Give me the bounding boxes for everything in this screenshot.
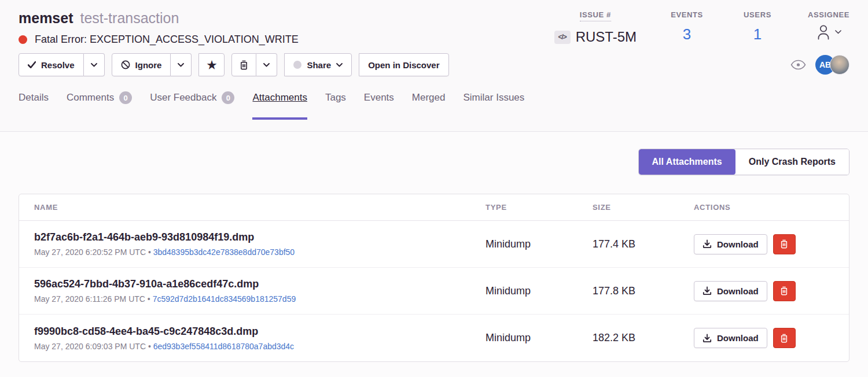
page-title: memsettest-transaction (19, 8, 299, 28)
resolve-dropdown-button[interactable] (84, 53, 105, 76)
download-button[interactable]: Download (694, 234, 767, 254)
ignore-button[interactable]: Ignore (112, 53, 171, 76)
share-button[interactable]: Share (284, 53, 352, 76)
attachment-file-name: f9990bc8-cd58-4ee4-ba45-c9c247848c3d.dmp (34, 326, 486, 338)
delete-attachment-button[interactable] (773, 281, 796, 301)
download-label: Download (717, 239, 759, 249)
table-header-row: NAME TYPE SIZE ACTIONS (19, 194, 849, 221)
event-id-link[interactable]: 6ed93b3ef558411d8618780a7abd3d4c (153, 342, 294, 351)
tab-user-feedback[interactable]: User Feedback 0 (150, 92, 234, 120)
download-label: Download (717, 286, 759, 296)
filter-all-attachments-button[interactable]: All Attachments (639, 149, 735, 175)
download-button[interactable]: Download (694, 281, 767, 301)
issue-subtitle: test-transaction (80, 10, 179, 26)
attachments-table: NAME TYPE SIZE ACTIONS b2f7ac6b-f2a1-464… (19, 194, 849, 362)
assignee-selector[interactable] (816, 24, 841, 40)
issue-stats: ISSUE # </> RUST-5M EVENTS 3 USERS 1 ASS… (554, 8, 849, 46)
tab-similar-issues[interactable]: Similar Issues (463, 92, 524, 120)
attachment-file-name: 596ac524-7bbd-4b37-910a-a1e86cedf47c.dmp (34, 278, 486, 290)
stat-issue-number: ISSUE # </> RUST-5M (554, 9, 637, 46)
resolve-button[interactable]: Resolve (19, 53, 84, 76)
download-label: Download (717, 333, 759, 343)
column-header-name: NAME (19, 203, 486, 212)
error-message: Fatal Error: EXCEPTION_ACCESS_VIOLATION_… (35, 34, 299, 46)
open-in-discover-button[interactable]: Open in Discover (359, 53, 448, 76)
tab-label: Merged (412, 92, 446, 104)
tab-label: Comments (67, 92, 114, 104)
column-header-actions: ACTIONS (694, 203, 849, 212)
delete-attachment-button[interactable] (773, 328, 796, 348)
trash-icon (240, 60, 248, 70)
check-icon (28, 61, 36, 68)
tab-label: User Feedback (150, 92, 216, 104)
issue-title: memset (19, 10, 73, 26)
event-id-link[interactable]: 3bd48395b3dc42e7838e8dd70e73bf50 (153, 247, 295, 257)
events-label: EVENTS (671, 9, 703, 19)
attachment-type: Minidump (486, 332, 593, 344)
attachment-size: 177.4 KB (593, 238, 694, 250)
attachment-size: 182.2 KB (593, 332, 694, 344)
subscribe-eye-icon[interactable] (790, 60, 806, 70)
share-button-group: Share (284, 53, 352, 76)
tab-tags[interactable]: Tags (325, 92, 346, 120)
download-icon (703, 334, 712, 343)
filter-only-crash-reports-button[interactable]: Only Crash Reports (735, 149, 849, 175)
ignore-button-group: Ignore (112, 53, 192, 76)
users-label: USERS (744, 9, 771, 19)
tab-label: Events (364, 92, 394, 104)
comments-count-badge: 0 (119, 91, 132, 104)
tab-label: Attachments (252, 92, 307, 104)
chevron-down-icon (178, 63, 184, 67)
delete-button-group (231, 53, 277, 76)
tab-label: Similar Issues (463, 92, 524, 104)
tab-comments[interactable]: Comments 0 (67, 92, 132, 120)
download-icon (703, 286, 712, 295)
issue-header: memsettest-transaction Fatal Error: EXCE… (0, 0, 868, 132)
stat-users: USERS 1 (737, 9, 778, 46)
chevron-down-icon (336, 63, 343, 67)
attachment-timestamp: May 27, 2020 6:20:52 PM UTC • (34, 247, 153, 257)
ignore-dropdown-button[interactable] (171, 53, 192, 76)
table-row: b2f7ac6b-f2a1-464b-aeb9-93d810984f19.dmp… (19, 221, 849, 268)
assignee-label: ASSIGNEE (808, 9, 849, 19)
issue-tab-bar: Details Comments 0 User Feedback 0 Attac… (19, 92, 849, 120)
bookmark-star-button[interactable]: ★ (198, 53, 225, 76)
delete-issue-button[interactable] (231, 53, 256, 76)
avatar-photo[interactable] (830, 55, 849, 75)
person-icon (816, 24, 831, 40)
chevron-down-icon (835, 30, 841, 34)
delete-attachment-button[interactable] (773, 234, 796, 254)
attachments-filter-toggle: All Attachments Only Crash Reports (638, 149, 849, 175)
tab-attachments[interactable]: Attachments (252, 92, 307, 120)
ban-icon (121, 60, 130, 69)
chevron-down-icon (91, 63, 97, 67)
trash-icon (780, 239, 788, 249)
event-id-link[interactable]: 7c592d7d2b1641dc834569b181257d59 (153, 294, 296, 304)
attachment-meta: May 27, 2020 6:20:52 PM UTC • 3bd48395b3… (34, 247, 486, 257)
delete-dropdown-button[interactable] (256, 53, 277, 76)
attachment-timestamp: May 27, 2020 6:09:03 PM UTC • (34, 342, 153, 351)
issue-number-value[interactable]: RUST-5M (576, 29, 637, 45)
download-icon (703, 239, 712, 249)
share-status-dot (293, 61, 301, 69)
tab-merged[interactable]: Merged (412, 92, 446, 120)
attachment-type: Minidump (486, 285, 593, 297)
resolve-button-group: Resolve (19, 53, 105, 76)
stat-events: EVENTS 3 (667, 9, 707, 46)
tab-details[interactable]: Details (19, 92, 49, 120)
tab-events[interactable]: Events (364, 92, 394, 120)
share-label: Share (307, 60, 331, 70)
download-button[interactable]: Download (694, 328, 767, 348)
bookmark-button-group: ★ (198, 53, 225, 76)
events-count[interactable]: 3 (683, 25, 691, 43)
users-count[interactable]: 1 (753, 25, 762, 43)
column-header-size: SIZE (593, 203, 694, 212)
attachment-timestamp: May 27, 2020 6:11:26 PM UTC • (34, 294, 153, 304)
attachments-panel: All Attachments Only Crash Reports NAME … (0, 149, 868, 362)
attachment-file-name: b2f7ac6b-f2a1-464b-aeb9-93d810984f19.dmp (34, 231, 486, 243)
resolve-label: Resolve (41, 60, 75, 70)
attachment-type: Minidump (486, 238, 593, 250)
issue-title-block: memsettest-transaction Fatal Error: EXCE… (19, 8, 299, 46)
tab-label: Tags (325, 92, 346, 104)
star-icon: ★ (207, 60, 216, 71)
